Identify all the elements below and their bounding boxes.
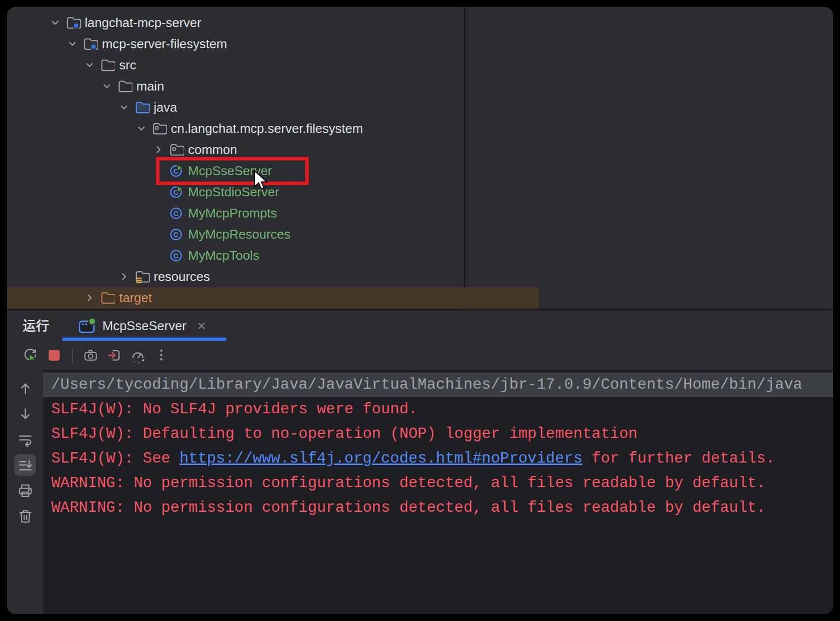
module-folder-icon (81, 36, 99, 53)
class-icon: C (167, 226, 185, 243)
tree-item-label: resources (154, 269, 210, 284)
thread-dump-icon (83, 348, 98, 363)
runnable-class-icon: C (167, 184, 185, 201)
tree-item-src[interactable]: src (7, 55, 539, 76)
soft-wrap-icon (17, 432, 33, 448)
console-text: SLF4J(W): Defaulting to no-operation (NO… (51, 425, 638, 442)
chevron-expanded-icon[interactable] (116, 99, 133, 116)
folder-icon (116, 78, 133, 95)
arrow-down-button[interactable] (14, 403, 36, 425)
arrow-down-icon (17, 406, 33, 422)
class-icon: C (167, 205, 185, 222)
scroll-to-end-button[interactable] (14, 454, 36, 476)
more-options-button[interactable] (151, 344, 172, 366)
console-text: for further details. (582, 450, 775, 467)
tree-item-target[interactable]: target (7, 287, 539, 309)
top-area: langchat-mcp-servermcp-server-filesystem… (7, 7, 833, 309)
tree-item-label: target (119, 290, 152, 306)
chevron-expanded-icon[interactable] (82, 57, 98, 74)
rerun-icon (23, 348, 38, 363)
tree-item-cn-langchat-mcp-server-filesystem[interactable]: cn.langchat.mcp.server.filesystem (7, 118, 590, 139)
tree-item-mcp-server-filesystem[interactable]: mcp-server-filesystem (7, 33, 521, 55)
active-tab-underline (62, 338, 226, 341)
run-tab-label: McpSseServer (102, 318, 187, 334)
chevron-expanded-icon[interactable] (65, 36, 81, 53)
module-folder-icon (64, 15, 82, 31)
run-tool-window: 运行 McpSseServer × /Users/tycoding/Librar… (7, 310, 833, 614)
resources-folder-icon (133, 269, 151, 285)
tree-item-java[interactable]: java (7, 97, 573, 118)
attach-icon (107, 348, 122, 363)
run-toolbar (7, 341, 833, 370)
console-line: SLF4J(W): Defaulting to no-operation (NO… (43, 422, 833, 446)
tree-item-label: cn.langchat.mcp.server.filesystem (171, 121, 363, 136)
project-tool-window: langchat-mcp-servermcp-server-filesystem… (7, 7, 464, 309)
profiler-button[interactable] (127, 344, 149, 366)
console-output[interactable]: /Users/tycoding/Library/Java/JavaVirtual… (43, 370, 833, 614)
tree-item-mymcpresources[interactable]: CMyMcpResources (7, 224, 608, 245)
package-icon (150, 121, 168, 137)
tree-item-mymcptools[interactable]: CMyMcpTools (7, 245, 608, 266)
console-line: SLF4J(W): No SLF4J providers were found. (43, 397, 833, 422)
console-text: /Users/tycoding/Library/Java/JavaVirtual… (51, 376, 802, 393)
console-gutter-toolbar (7, 370, 43, 614)
tree-item-mymcpprompts[interactable]: CMyMcpPrompts (7, 203, 608, 224)
svg-text:C: C (173, 210, 179, 217)
mouse-cursor (252, 170, 271, 193)
tree-item-label: langchat-mcp-server (85, 15, 201, 31)
tree-item-label: MyMcpResources (188, 227, 291, 242)
console-line: SLF4J(W): See https://www.slf4j.org/code… (43, 446, 833, 471)
chevron-spacer (151, 205, 167, 222)
chevron-spacer (151, 226, 167, 243)
chevron-collapsed-icon[interactable] (82, 290, 98, 307)
console-line: /Users/tycoding/Library/Java/JavaVirtual… (43, 373, 833, 397)
running-app-icon (78, 317, 96, 335)
tree-item-label: common (188, 142, 237, 157)
svg-text:C: C (173, 231, 179, 239)
tool-window-title: 运行 (23, 317, 49, 335)
folder-icon (98, 57, 116, 74)
clear-button[interactable] (14, 505, 36, 527)
package-icon (167, 142, 185, 158)
stop-icon (47, 348, 62, 363)
tree-item-label: main (136, 79, 164, 94)
thread-dump-button[interactable] (80, 344, 101, 366)
more-options-icon (154, 348, 169, 363)
sources-folder-icon (133, 99, 151, 116)
console-line: WARNING: No permission configurations de… (43, 496, 833, 520)
tree-item-langchat-mcp-server[interactable]: langchat-mcp-server (7, 12, 504, 33)
arrow-up-button[interactable] (14, 377, 36, 399)
run-tab-mcpsseserver[interactable]: McpSseServer × (75, 310, 209, 341)
tree-item-resources[interactable]: resources (7, 266, 573, 287)
tree-item-main[interactable]: main (7, 76, 556, 97)
attach-button[interactable] (103, 344, 125, 366)
rerun-button[interactable] (20, 344, 41, 366)
console-text: SLF4J(W): No SLF4J providers were found. (51, 401, 418, 418)
tree-item-label: MyMcpPrompts (188, 206, 277, 221)
profiler-icon (130, 348, 146, 363)
run-tab-bar: 运行 McpSseServer × (7, 310, 833, 341)
soft-wrap-button[interactable] (14, 429, 36, 450)
chevron-expanded-icon[interactable] (99, 78, 116, 95)
chevron-spacer (151, 184, 167, 201)
chevron-expanded-icon[interactable] (47, 15, 64, 31)
arrow-up-icon (17, 380, 33, 397)
stop-button[interactable] (43, 344, 65, 366)
class-icon: C (167, 248, 185, 264)
toolbar-divider (72, 347, 73, 363)
chevron-collapsed-icon[interactable] (116, 269, 133, 285)
console-text: WARNING: No permission configurations de… (51, 474, 766, 492)
print-icon (17, 483, 33, 499)
chevron-spacer (151, 248, 167, 264)
scroll-to-end-icon (17, 457, 33, 473)
console-wrap: /Users/tycoding/Library/Java/JavaVirtual… (7, 370, 833, 614)
clear-icon (17, 508, 33, 525)
console-link[interactable]: https://www.slf4j.org/codes.html#noProvi… (179, 450, 582, 467)
chevron-expanded-icon[interactable] (133, 121, 150, 137)
svg-text:C: C (173, 252, 179, 260)
red-annotation-box (156, 157, 309, 185)
tree-item-label: java (154, 100, 177, 115)
close-tab-icon[interactable]: × (197, 318, 206, 333)
chevron-collapsed-icon[interactable] (151, 142, 167, 158)
print-button[interactable] (14, 480, 36, 501)
